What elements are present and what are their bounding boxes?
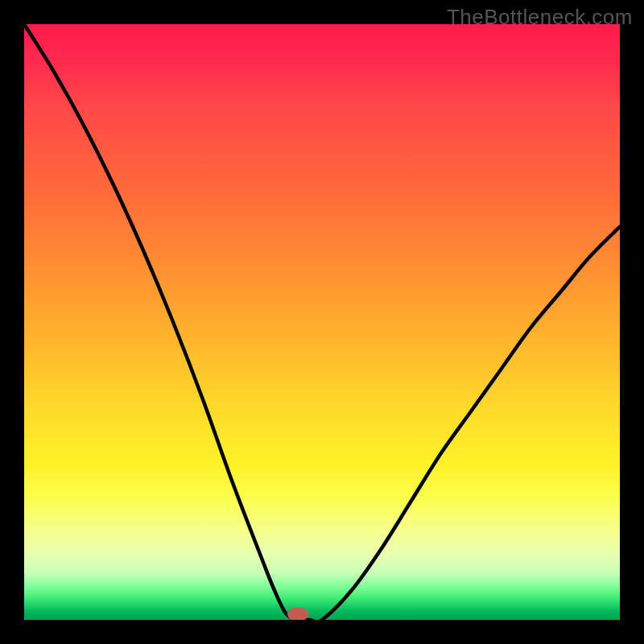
watermark-text: TheBottleneck.com bbox=[447, 5, 633, 30]
optimum-marker bbox=[287, 608, 308, 620]
chart-frame: TheBottleneck.com bbox=[0, 0, 644, 644]
plot-area bbox=[24, 24, 620, 620]
bottleneck-curve bbox=[24, 24, 620, 620]
